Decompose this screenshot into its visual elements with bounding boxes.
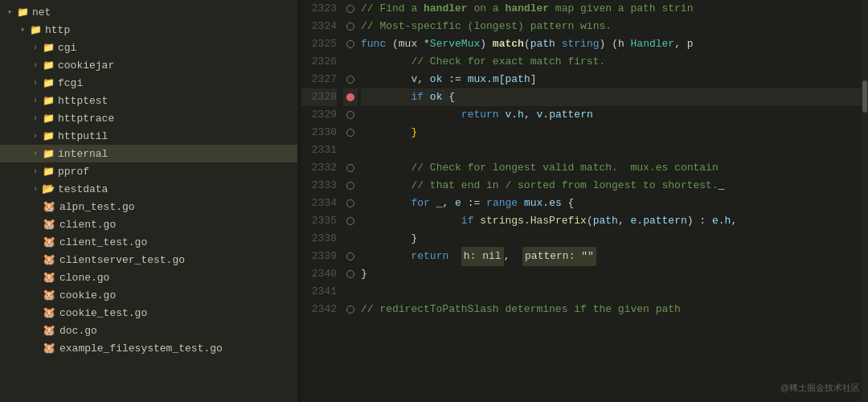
sidebar-item-label: cookie_test.go [59, 307, 147, 319]
sidebar-item-label: httptest [58, 95, 108, 107]
gutter-cell [343, 159, 358, 177]
gutter-cell [343, 195, 358, 212]
gutter-cell [343, 18, 358, 35]
sidebar-item-label: example_filesystem_test.go [59, 343, 223, 355]
sidebar-item-httptest[interactable]: httptest [0, 92, 297, 109]
go-file-icon: 🐹 [42, 306, 56, 320]
folder-icon [42, 94, 55, 107]
gutter-cell [343, 0, 358, 18]
sidebar-item-internal[interactable]: internal [0, 145, 297, 162]
gutter-cell [343, 212, 358, 230]
arrow-icon [3, 6, 16, 18]
sidebar-item-label: internal [58, 148, 108, 160]
sidebar-item-net[interactable]: net [0, 3, 297, 21]
folder-icon-brown: 📂 [42, 183, 55, 195]
sidebar-item-http[interactable]: http [0, 21, 297, 39]
sidebar-item-pprof[interactable]: pprof [0, 162, 297, 180]
sidebar-item-cgi[interactable]: cgi [0, 39, 297, 56]
sidebar-item-label: httptrace [58, 113, 114, 125]
code-line-2332: // Check for longest valid match. mux.es… [361, 159, 862, 177]
line-number-gutter: 2323 2324 2325 2326 2327 2328 2329 2330 … [301, 0, 343, 402]
code-line-2329: return v.h, v.pattern [361, 106, 862, 124]
code-line-2338: } [361, 230, 862, 248]
gutter-cell [343, 265, 358, 283]
code-line-2333: // that end in / sorted from longest to … [361, 177, 862, 195]
gutter-cell [343, 177, 358, 195]
sidebar-item-cookiejar[interactable]: cookiejar [0, 56, 297, 74]
sidebar-item-label: cookiejar [58, 59, 114, 72]
code-line-2330: } [361, 124, 862, 142]
gutter-cell [343, 301, 358, 318]
sidebar-item-cookie-go[interactable]: › 🐹 cookie.go [0, 286, 297, 304]
go-file-icon: 🐹 [42, 199, 56, 214]
gutter-cell [343, 283, 358, 301]
sidebar-item-label: doc.go [59, 325, 97, 337]
gutter-cell [343, 35, 358, 53]
go-file-icon: 🐹 [42, 323, 56, 338]
gutter-cell [343, 106, 358, 124]
sidebar-item-testdata[interactable]: 📂 testdata [0, 180, 297, 198]
code-line-2340: } [361, 265, 862, 283]
sidebar-item-label: cookie.go [59, 289, 116, 302]
arrow-icon [29, 76, 42, 89]
sidebar-item-clientserver-test-go[interactable]: › 🐹 clientserver_test.go [0, 251, 297, 269]
go-file-icon: 🐹 [42, 217, 56, 232]
sidebar-item-httputil[interactable]: httputil [0, 127, 297, 145]
folder-icon [42, 59, 55, 72]
sidebar-item-client-go[interactable]: › 🐹 client.go [0, 215, 297, 233]
sidebar-item-label: httputil [58, 130, 108, 142]
go-file-icon: 🐹 [42, 252, 56, 267]
go-file-icon: 🐹 [42, 341, 56, 355]
gutter-cell [343, 124, 358, 142]
sidebar-item-doc-go[interactable]: › 🐹 doc.go [0, 322, 297, 339]
watermark: @稀土掘金技术社区 [780, 382, 860, 394]
arrow-icon [16, 23, 29, 36]
code-line-2327: v, ok := mux.m[path] [361, 71, 862, 88]
go-file-icon: 🐹 [42, 288, 56, 302]
file-tree: net http cgi cookiejar fcgi httptest htt… [0, 0, 297, 402]
code-line-2325: func (mux *ServeMux) match(path string) … [361, 35, 862, 53]
sidebar-item-label: client_test.go [59, 236, 147, 248]
sidebar-item-example-filesystem-test-go[interactable]: › 🐹 example_filesystem_test.go [0, 339, 297, 357]
scroll-thumb[interactable] [862, 80, 867, 113]
gutter-cell [343, 71, 358, 88]
gutter-cell [343, 230, 358, 248]
sidebar-item-alpn-test-go[interactable]: › 🐹 alpn_test.go [0, 198, 297, 215]
arrow-icon [29, 165, 42, 178]
sidebar-item-label: http [45, 24, 70, 36]
sidebar-item-label: clientserver_test.go [59, 254, 185, 266]
arrow-icon [29, 183, 42, 195]
go-file-icon: 🐹 [42, 270, 56, 285]
gutter-cell-breakpoint[interactable] [343, 88, 358, 106]
arrow-icon [29, 147, 42, 160]
sidebar-item-client-test-go[interactable]: › 🐹 client_test.go [0, 233, 297, 251]
code-line-2341 [361, 283, 862, 301]
folder-icon [29, 23, 42, 36]
code-line-2334: for _, e := range mux.es { [361, 195, 862, 212]
code-line-2335: if strings.HasPrefix(path, e.pattern) : … [361, 212, 862, 230]
arrow-icon [29, 94, 42, 107]
sidebar-item-fcgi[interactable]: fcgi [0, 74, 297, 92]
arrow-icon [29, 59, 42, 72]
folder-icon [42, 165, 55, 178]
folder-icon [42, 129, 55, 142]
folder-icon [16, 6, 29, 18]
code-line-2342: // redirectToPathSlash determines if the… [361, 301, 862, 318]
code-line-2326: // Check for exact match first. [361, 53, 862, 71]
vertical-scrollbar[interactable] [862, 0, 868, 402]
sidebar-item-clone-go[interactable]: › 🐹 clone.go [0, 269, 297, 286]
folder-icon [42, 41, 55, 54]
go-file-icon: 🐹 [42, 235, 56, 249]
breakpoint-gutter [343, 0, 358, 402]
sidebar-item-httptrace[interactable]: httptrace [0, 109, 297, 127]
folder-icon [42, 76, 55, 89]
gutter-cell [343, 248, 358, 265]
code-line-2328: if ok { [361, 88, 862, 106]
sidebar-item-label: pprof [58, 166, 89, 178]
sidebar-item-label: clone.go [59, 272, 109, 284]
sidebar-item-cookie-test-go[interactable]: › 🐹 cookie_test.go [0, 304, 297, 322]
arrow-icon [29, 112, 42, 125]
arrow-icon [29, 129, 42, 142]
code-line-2339: return h: nil, pattern: "" [361, 248, 862, 265]
code-line-2323: // Find a handler on a handler map given… [361, 0, 862, 18]
